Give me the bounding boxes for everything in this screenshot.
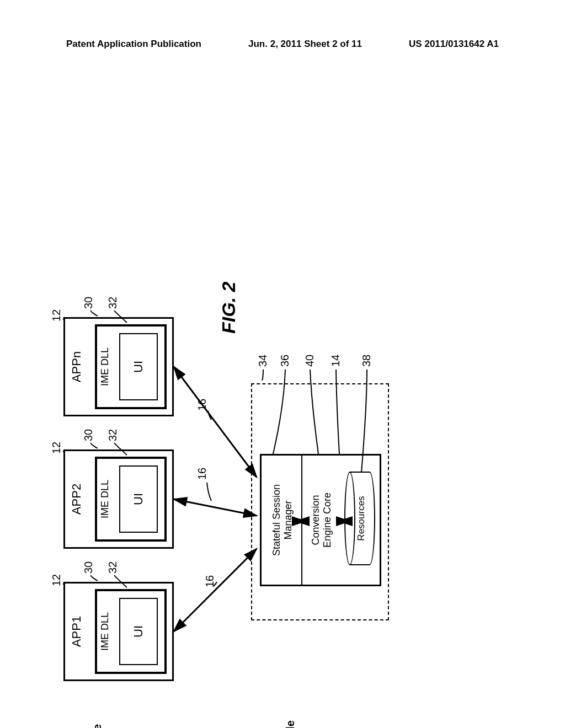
app2-box: APP2 IME DLL UI	[63, 449, 174, 549]
ref-30-c: 30	[82, 297, 95, 309]
ref-12-c: 12	[50, 309, 63, 322]
ref-40: 40	[303, 355, 316, 367]
svg-line-2	[174, 367, 257, 477]
ref-14: 14	[329, 355, 342, 367]
ref-16-c: 16	[196, 399, 209, 411]
cec-line2: Engine Core	[322, 493, 333, 548]
ref-30-a: 30	[82, 561, 95, 574]
appn-title: APPn	[65, 319, 86, 415]
header-right: US 2011/0131642 A1	[409, 39, 499, 50]
app1-dll-title: IME DLL	[97, 591, 113, 672]
cec-line1: Conversion	[310, 495, 322, 545]
client-side-label: Client-side	[91, 724, 104, 728]
server-side-label: Server-side	[284, 720, 297, 728]
app2-dll-title: IME DLL	[97, 459, 113, 539]
appn-dll-title: IME DLL	[97, 326, 113, 407]
server-dashed: Stateful Session Manager Conversion Engi…	[251, 383, 389, 620]
ref-12-a: 12	[50, 574, 63, 586]
ref-38: 38	[360, 355, 373, 367]
ref-12-b: 12	[50, 442, 63, 454]
app1-ui: UI	[119, 598, 158, 665]
ssm-line1: Stateful Session	[271, 484, 282, 556]
app2-dll: IME DLL UI	[95, 457, 167, 542]
svg-line-0	[174, 549, 257, 631]
resources-label: Resources	[348, 472, 375, 565]
appn-ui: UI	[119, 333, 158, 400]
ssm-line2: Manager	[282, 500, 294, 539]
svg-line-1	[174, 499, 257, 516]
conversion-engine-core: Conversion Engine Core	[306, 461, 338, 579]
app1-dll: IME DLL UI	[95, 589, 167, 674]
appn-box: APPn IME DLL UI	[63, 317, 174, 416]
ref-32-a: 32	[106, 561, 119, 574]
ref-32-b: 32	[106, 429, 119, 441]
ref-34: 34	[257, 355, 269, 367]
header-left: Patent Application Publication	[66, 39, 201, 50]
app2-title: APP2	[65, 451, 86, 547]
appn-dll: IME DLL UI	[95, 324, 167, 409]
ref-30-b: 30	[82, 429, 95, 441]
ref-36: 36	[279, 355, 291, 367]
figure-label: FIG. 2	[218, 282, 239, 334]
header-center: Jun. 2, 2011 Sheet 2 of 11	[248, 39, 362, 50]
app1-title: APP1	[65, 584, 86, 679]
stateful-session-manager: Stateful Session Manager	[266, 461, 300, 579]
app1-box: APP1 IME DLL UI	[63, 582, 174, 681]
ref-16-a: 16	[204, 575, 216, 587]
ref-16-b: 16	[196, 468, 209, 480]
server-solid: Stateful Session Manager Conversion Engi…	[260, 454, 381, 586]
resources-cylinder: Resources	[344, 472, 375, 565]
app2-ui: UI	[119, 465, 158, 533]
ref-32-c: 32	[106, 297, 119, 309]
diagram: Client-side Server-side APP1 IME DLL UI …	[77, 77, 463, 629]
